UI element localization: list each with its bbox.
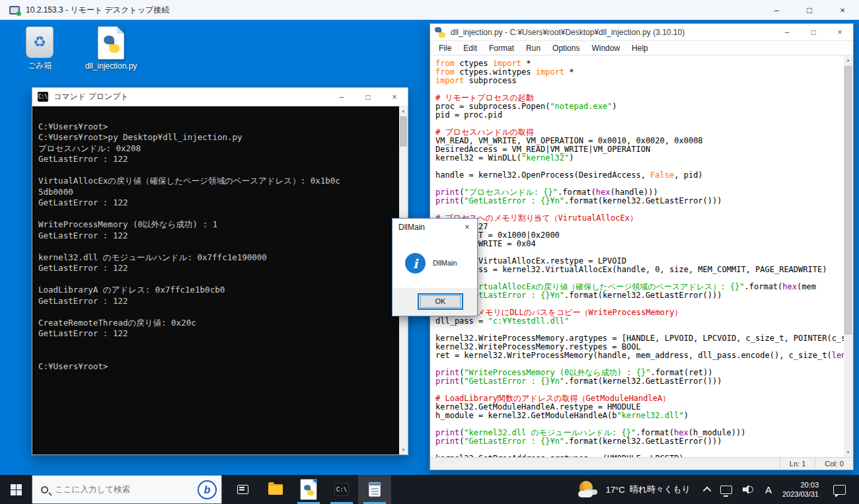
code-line: kernel32 = WinDLL("kernel32"): [435, 154, 842, 162]
console-line: GetLastError : 122: [38, 198, 397, 209]
menu-edit[interactable]: Edit: [457, 44, 483, 53]
console-line: GetLastError : 122: [38, 154, 397, 165]
console-line: [38, 110, 397, 122]
system-tray: 17°C 晴れ時々くもり A 20:03 2023/03/31: [578, 475, 859, 504]
dialog-close-button[interactable]: ×: [457, 219, 477, 236]
menu-run[interactable]: Run: [520, 44, 546, 53]
console-line: [38, 209, 397, 220]
tray-overflow-chevron-icon[interactable]: [703, 486, 712, 495]
weather-condition[interactable]: 晴れ時々くもり: [630, 484, 691, 495]
cmd-maximize-button[interactable]: □: [355, 88, 381, 106]
weather-temp[interactable]: 17°C: [606, 485, 625, 495]
dialog-title: DllMain: [398, 223, 425, 232]
code-line: print("GetLastError : {}¥n".format(kerne…: [435, 437, 842, 446]
code-line: print("GetLastError : {}¥n".format(kerne…: [435, 377, 842, 386]
taskbar-python-button[interactable]: [292, 475, 325, 504]
start-button[interactable]: [0, 475, 32, 504]
console-line: [38, 306, 397, 318]
code-line: PAGE_READWRITE = 0x04: [435, 240, 842, 248]
code-line: print("GetLastError : {}¥n".format(kerne…: [435, 291, 842, 300]
windows-logo-icon: [11, 484, 22, 495]
taskbar-notepad-button[interactable]: [358, 475, 391, 504]
menu-help[interactable]: Help: [626, 44, 654, 53]
ime-indicator[interactable]: A: [765, 484, 772, 495]
idle-maximize-button[interactable]: □: [800, 24, 827, 40]
file-explorer-icon: [268, 484, 283, 495]
console-line: C:¥Users¥root>: [38, 122, 397, 133]
python-taskbar-icon: [301, 480, 317, 500]
menu-options[interactable]: Options: [546, 44, 585, 53]
info-icon: i: [405, 253, 426, 273]
code-line: mem_address = kernel32.VirtualAllocEx(ha…: [435, 266, 842, 274]
idle-minimize-button[interactable]: –: [774, 24, 800, 40]
cmd-close-button[interactable]: ×: [381, 88, 408, 106]
idle-scroll-thumb[interactable]: [844, 66, 852, 334]
status-col: Col: 0: [815, 458, 853, 470]
rdp-close-button[interactable]: ×: [826, 0, 859, 20]
recycle-glyph: ♻: [33, 34, 46, 51]
bing-icon[interactable]: b: [198, 480, 217, 499]
cmd-window-title: コマンド プロンプト: [54, 91, 129, 102]
network-icon[interactable]: [720, 486, 732, 494]
console-line: kernel32.dll のモジュールハンドル: 0x7ffc1e190000: [38, 252, 397, 264]
console-line: C:¥Users¥root>py Desktop¥dll_injection.p…: [38, 132, 397, 143]
taskbar-explorer-button[interactable]: [259, 475, 292, 504]
idle-scroll-down-icon[interactable]: ▼: [844, 448, 852, 457]
menu-format[interactable]: Format: [483, 44, 520, 53]
dialog-titlebar[interactable]: DllMain ×: [392, 219, 477, 236]
rdp-minimize-button[interactable]: –: [760, 0, 793, 20]
ok-button[interactable]: OK: [418, 293, 463, 310]
console-line: CreateRemoteThreadの戻り値: 0x20c: [38, 318, 397, 329]
rdp-title: 10.2.153.3 - リモート デスクトップ接続: [26, 5, 169, 16]
console-line: [38, 274, 397, 285]
idle-window: dll_injection.py - C:¥Users¥root¥Desktop…: [430, 23, 854, 470]
weather-icon[interactable]: [578, 480, 601, 499]
remote-desktop-screen: 10.2.153.3 - リモート デスクトップ接続 – □ × ♻ ごみ箱 d…: [0, 0, 859, 504]
console-line: プロセスハンドル: 0x208: [38, 143, 397, 155]
search-input[interactable]: [55, 485, 167, 494]
dllmain-dialog: DllMain × i DllMain OK: [392, 218, 478, 316]
console-output: C:¥Users¥root>C:¥Users¥root>py Desktop¥d…: [38, 110, 397, 372]
cmd-body: C:¥Users¥root>C:¥Users¥root>py Desktop¥d…: [32, 106, 408, 454]
code-line: print("GetLastError : {}¥n".format(kerne…: [435, 197, 842, 205]
idle-python-icon: [435, 27, 445, 38]
console-line: GetLastError : 122: [38, 231, 397, 242]
clock-date: 2023/03/31: [782, 489, 819, 499]
taskbar-clock[interactable]: 20:03 2023/03/31: [782, 480, 819, 499]
idle-close-button[interactable]: ×: [827, 24, 853, 40]
idle-scroll-up-icon[interactable]: ▲: [844, 55, 852, 65]
code-line: pid = proc.pid: [435, 111, 842, 120]
cmd-scroll-up-icon[interactable]: ▲: [399, 106, 408, 116]
dialog-footer: OK: [392, 288, 477, 316]
cmd-titlebar[interactable]: C:\ コマンド プロンプト – □ ×: [32, 88, 408, 106]
console-line: GetLastError : 122: [38, 263, 397, 274]
console-line: 5db0000: [38, 187, 397, 198]
menu-window[interactable]: Window: [585, 44, 626, 53]
dll-injection-label: dll_injection.py: [81, 61, 141, 71]
cmd-scroll-down-icon[interactable]: ▼: [399, 445, 408, 454]
cmd-scroll-thumb[interactable]: [400, 116, 407, 147]
python-file-icon: [98, 26, 124, 59]
volume-icon[interactable]: [743, 484, 756, 495]
code-area[interactable]: from ctypes import *from ctypes.wintypes…: [435, 59, 842, 457]
taskbar-search[interactable]: b: [32, 475, 222, 504]
desktop-icon-dll-injection[interactable]: dll_injection.py: [81, 26, 141, 71]
idle-titlebar[interactable]: dll_injection.py - C:¥Users¥root¥Desktop…: [430, 24, 853, 41]
console-line: [38, 340, 397, 351]
action-center-icon[interactable]: [833, 485, 846, 495]
code-line: h_module = kernel32.GetModuleHandleA(b"k…: [435, 412, 842, 420]
menu-file[interactable]: File: [433, 44, 457, 53]
cmd-window: C:\ コマンド プロンプト – □ × C:¥Users¥root>C:¥Us…: [32, 87, 408, 455]
idle-scrollbar[interactable]: ▲ ▼: [844, 55, 853, 457]
idle-statusbar: Ln: 1 Col: 0: [430, 457, 853, 470]
code-line: dll_pass = "c:¥¥testdll.dll": [435, 317, 842, 326]
rdp-maximize-button[interactable]: □: [793, 0, 826, 20]
taskbar-task-view-button[interactable]: [226, 475, 259, 504]
task-view-icon: [237, 485, 248, 494]
status-line: Ln: 1: [780, 458, 815, 470]
cmd-minimize-button[interactable]: –: [328, 88, 355, 106]
notepad-icon: [369, 482, 381, 497]
console-line: C:¥Users¥root>: [38, 361, 397, 373]
desktop-icon-recycle-bin[interactable]: ♻ ごみ箱: [10, 26, 69, 71]
taskbar-cmd-button[interactable]: C:\: [325, 475, 358, 504]
